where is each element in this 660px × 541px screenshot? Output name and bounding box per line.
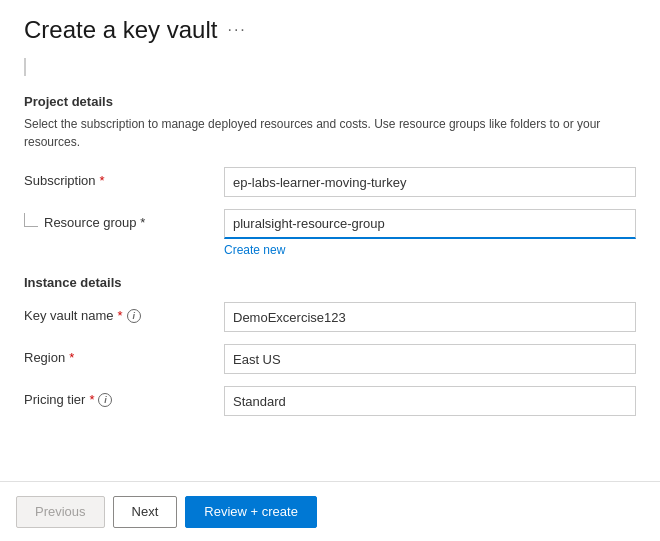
- pricing-tier-input-wrapper: [224, 386, 636, 416]
- main-content: Create a key vault ··· Project details S…: [0, 0, 660, 481]
- region-label: Region *: [24, 344, 224, 365]
- subscription-input-wrapper: [224, 167, 636, 197]
- pricing-tier-info-icon[interactable]: i: [98, 393, 112, 407]
- key-vault-name-input-wrapper: [224, 302, 636, 332]
- resource-group-indent: Resource group *: [24, 209, 224, 230]
- previous-button[interactable]: Previous: [16, 496, 105, 528]
- pricing-tier-row: Pricing tier * i: [24, 386, 636, 416]
- subscription-label: Subscription *: [24, 167, 224, 188]
- region-row: Region *: [24, 344, 636, 374]
- project-details-section: Project details Select the subscription …: [24, 94, 636, 257]
- subscription-required: *: [100, 173, 105, 188]
- pricing-tier-label: Pricing tier * i: [24, 386, 224, 407]
- subscription-input[interactable]: [224, 167, 636, 197]
- next-button[interactable]: Next: [113, 496, 178, 528]
- create-new-link[interactable]: Create new: [224, 243, 285, 257]
- page-title-row: Create a key vault ···: [24, 16, 636, 44]
- instance-details-section: Instance details Key vault name * i Regi…: [24, 275, 636, 416]
- pricing-tier-required: *: [89, 392, 94, 407]
- indent-line: [24, 213, 38, 227]
- key-vault-name-label: Key vault name * i: [24, 302, 224, 323]
- breadcrumb-area: [24, 58, 636, 76]
- ellipsis-icon[interactable]: ···: [227, 21, 246, 39]
- create-new-offset: [24, 243, 224, 257]
- region-required: *: [69, 350, 74, 365]
- resource-group-row: Resource group *: [24, 209, 636, 239]
- review-create-button[interactable]: Review + create: [185, 496, 317, 528]
- region-input[interactable]: [224, 344, 636, 374]
- key-vault-name-required: *: [118, 308, 123, 323]
- project-details-description: Select the subscription to manage deploy…: [24, 115, 636, 151]
- key-vault-name-input[interactable]: [224, 302, 636, 332]
- resource-group-label: Resource group *: [44, 215, 145, 230]
- subscription-row: Subscription *: [24, 167, 636, 197]
- key-vault-name-row: Key vault name * i: [24, 302, 636, 332]
- footer-bar: Previous Next Review + create: [0, 481, 660, 541]
- resource-group-input[interactable]: [224, 209, 636, 239]
- pricing-tier-input[interactable]: [224, 386, 636, 416]
- project-details-title: Project details: [24, 94, 636, 109]
- page-title: Create a key vault: [24, 16, 217, 44]
- instance-details-title: Instance details: [24, 275, 636, 290]
- resource-group-input-wrapper: [224, 209, 636, 239]
- region-input-wrapper: [224, 344, 636, 374]
- resource-group-required: *: [140, 215, 145, 230]
- page-container: Create a key vault ··· Project details S…: [0, 0, 660, 541]
- key-vault-name-info-icon[interactable]: i: [127, 309, 141, 323]
- create-new-row: Create new: [24, 243, 636, 257]
